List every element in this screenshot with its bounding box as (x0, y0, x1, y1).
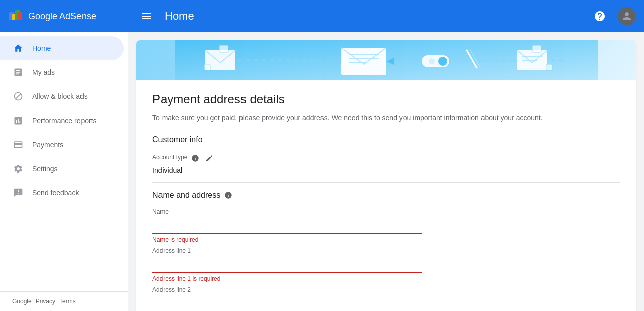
home-icon (12, 42, 24, 54)
address-line1-error-message: Address line 1 is required (152, 275, 620, 282)
address-line1-input[interactable] (152, 256, 422, 273)
main-layout: Home My ads Allow & block ads (0, 32, 644, 311)
name-input[interactable] (152, 217, 422, 234)
account-type-label: Account type (152, 154, 187, 161)
banner (136, 40, 636, 80)
name-error-message: Name is required (152, 236, 620, 243)
svg-rect-9 (341, 48, 386, 75)
svg-point-15 (438, 57, 447, 66)
adsense-logo-icon (8, 8, 24, 24)
svg-point-16 (429, 58, 435, 64)
sidebar: Home My ads Allow & block ads (0, 32, 128, 311)
payments-icon (12, 139, 24, 151)
nav-title: Home (165, 10, 194, 23)
settings-icon (12, 163, 24, 175)
sidebar-item-feedback[interactable]: Send feedback (0, 181, 124, 205)
account-type-info-icon[interactable] (191, 154, 199, 162)
sidebar-nav: Home My ads Allow & block ads (0, 32, 128, 209)
google-adsense-logo: Google AdSense (8, 8, 96, 24)
name-and-address-header: Name and address (152, 191, 620, 200)
feedback-icon (12, 187, 24, 199)
svg-rect-2 (12, 14, 15, 20)
account-type-edit-button[interactable] (203, 152, 215, 164)
svg-rect-21 (546, 64, 552, 70)
footer-privacy-link[interactable]: Privacy (36, 298, 55, 305)
address-line1-field-label: Address line 1 (152, 247, 620, 254)
performance-icon (12, 115, 24, 127)
hamburger-button[interactable] (136, 6, 156, 26)
sidebar-item-settings-label: Settings (32, 165, 58, 173)
customer-info-section: Customer info Account type Individual (152, 135, 620, 311)
page-title: Payment address details (152, 92, 620, 107)
sidebar-item-allow-block-label: Allow & block ads (32, 92, 88, 100)
sidebar-item-my-ads-label: My ads (32, 68, 55, 76)
allow-block-icon (12, 90, 24, 102)
sidebar-item-settings[interactable]: Settings (0, 157, 124, 181)
divider (152, 182, 620, 183)
address-line2-field-label: Address line 2 (152, 286, 620, 293)
top-nav: Google AdSense Home (0, 0, 644, 32)
sidebar-item-home-label: Home (32, 44, 51, 52)
svg-rect-3 (18, 12, 22, 20)
top-nav-center: Home (136, 6, 590, 26)
address-line2-input[interactable] (152, 295, 422, 311)
sidebar-item-payments-label: Payments (32, 141, 63, 149)
svg-rect-8 (204, 64, 210, 70)
footer-google-link[interactable]: Google (12, 298, 32, 305)
address-line2-field-group: Address line 2 (152, 286, 620, 311)
account-type-value: Individual (152, 166, 620, 174)
page-description: To make sure you get paid, please provid… (152, 113, 620, 123)
svg-rect-7 (219, 45, 228, 52)
sidebar-item-feedback-label: Send feedback (32, 189, 79, 197)
help-button[interactable] (590, 6, 610, 26)
account-type-field: Account type Individual (152, 152, 620, 174)
my-ads-icon (12, 66, 24, 78)
top-nav-left: Google AdSense (8, 8, 136, 24)
user-avatar[interactable] (618, 7, 636, 25)
name-field-group: Name Name is required (152, 208, 620, 243)
sidebar-item-my-ads[interactable]: My ads (0, 60, 124, 84)
top-nav-right (590, 6, 636, 26)
sidebar-item-payments[interactable]: Payments (0, 133, 124, 157)
banner-illustration (175, 40, 598, 80)
customer-info-title: Customer info (152, 135, 620, 144)
name-address-info-icon[interactable] (224, 191, 232, 199)
svg-rect-20 (532, 45, 541, 52)
footer-terms-link[interactable]: Terms (59, 298, 76, 305)
form-content: Payment address details To make sure you… (136, 80, 636, 311)
sidebar-footer: Google Privacy Terms (0, 291, 128, 311)
name-and-address-title: Name and address (152, 191, 220, 200)
content-card: Payment address details To make sure you… (136, 40, 636, 311)
sidebar-item-performance[interactable]: Performance reports (0, 109, 124, 133)
sidebar-item-allow-block[interactable]: Allow & block ads (0, 84, 124, 109)
sidebar-item-performance-label: Performance reports (32, 117, 97, 125)
address-line1-field-group: Address line 1 Address line 1 is require… (152, 247, 620, 282)
main-content: Payment address details To make sure you… (128, 32, 644, 311)
sidebar-item-home[interactable]: Home (0, 36, 124, 60)
logo-text: Google AdSense (28, 11, 96, 22)
name-field-label: Name (152, 208, 620, 215)
